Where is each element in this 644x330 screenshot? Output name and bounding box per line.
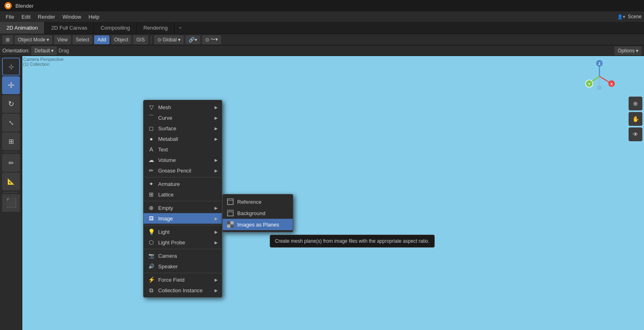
lattice-label: Lattice (158, 192, 174, 198)
move-tool-icon: ✛ (8, 80, 15, 90)
menu-divider-4 (144, 249, 222, 249)
default-orientation-button[interactable]: Default ▾ (31, 46, 57, 55)
menu-window[interactable]: Window (59, 13, 84, 21)
object-menu-button[interactable]: Object (111, 35, 132, 44)
collection-instance-icon: ⧉ (148, 287, 155, 294)
image-icon: 🖼 (148, 215, 155, 222)
armature-icon: ✦ (148, 180, 155, 188)
tab-compositing[interactable]: Compositing (94, 22, 137, 34)
light-probe-icon: ⬡ (148, 239, 155, 246)
view-all-button[interactable]: ⊕ (629, 97, 642, 110)
menu-surface[interactable]: ◻ Surface ▶ (144, 123, 222, 134)
submenu-background[interactable]: Background (223, 207, 293, 219)
proportional-edit-button[interactable]: ⊙ 〜▾ (202, 35, 221, 44)
menu-speaker[interactable]: 🔊 Speaker (144, 261, 222, 272)
menu-camera[interactable]: 📷 Camera (144, 250, 222, 261)
menu-lattice[interactable]: ⊞ Lattice (144, 189, 222, 200)
menu-volume[interactable]: ☁ Volume ▶ (144, 155, 222, 165)
add-workspace-tab-button[interactable]: + (174, 22, 186, 34)
menu-light[interactable]: 💡 Light ▶ (144, 226, 222, 237)
axis-gizmo[interactable]: Z X Y (583, 60, 616, 93)
menu-curve[interactable]: ⌒ Curve ▶ (144, 112, 222, 123)
menu-empty[interactable]: ⊕ Empty ▶ (144, 203, 222, 213)
rotate-tool-button[interactable]: ↻ (2, 95, 20, 113)
menu-divider-1 (144, 177, 222, 177)
svg-point-2 (7, 5, 9, 6)
submenu-images-as-planes[interactable]: Images as Planes (223, 219, 293, 230)
camera-icon: 📷 (148, 252, 155, 259)
app-title: Blender (15, 3, 34, 9)
volume-arrow-icon: ▶ (215, 158, 218, 162)
menu-file[interactable]: File (2, 13, 17, 21)
menu-render[interactable]: Render (34, 13, 58, 21)
menu-text[interactable]: A Text (144, 144, 222, 155)
speaker-icon: 🔊 (148, 263, 155, 270)
select-menu-button[interactable]: Select (73, 35, 92, 44)
orient-arrow-icon: ▾ (51, 48, 54, 54)
add-cube-icon: ⬛ (6, 198, 17, 208)
menu-armature[interactable]: ✦ Armature (144, 179, 222, 189)
gis-menu-button[interactable]: GIS (133, 35, 148, 44)
gis-label: GIS (136, 37, 145, 43)
viewport[interactable]: Camera Perspective (1) Collection Z X Y (22, 56, 644, 330)
transform-tool-button[interactable]: ⊞ (2, 132, 20, 150)
menu-collection-instance[interactable]: ⧉ Collection Instance ▶ (144, 285, 222, 295)
title-bar: Blender (0, 0, 644, 11)
curve-label: Curve (158, 115, 172, 121)
orientation-label: Global (163, 37, 177, 43)
grab-tool-button[interactable]: ✋ (629, 112, 642, 126)
view-menu-button[interactable]: View (54, 35, 71, 44)
scale-tool-icon: ⤡ (9, 119, 14, 127)
surface-arrow-icon: ▶ (215, 126, 218, 131)
tab-2d-animation[interactable]: 2D Animation (0, 22, 45, 34)
tab-rendering[interactable]: Rendering (137, 22, 174, 34)
drag-label: Drag (58, 48, 69, 54)
viewport-icon: ⊞ (6, 37, 10, 43)
object-mode-button[interactable]: Object Mode ▾ (15, 35, 52, 44)
svg-point-13 (597, 85, 602, 90)
add-cube-button[interactable]: ⬛ (2, 194, 20, 212)
surface-icon: ◻ (148, 125, 155, 132)
menu-image[interactable]: 🖼 Image ▶ (144, 213, 222, 224)
tool-separator-2 (4, 192, 18, 192)
empty-label: Empty (158, 205, 173, 211)
user-icon: 👤▾ (617, 14, 625, 19)
toolbar-separator-1 (151, 36, 151, 43)
menu-grease-pencil[interactable]: ✏ Grease Pencil ▶ (144, 165, 222, 176)
options-button[interactable]: Options ▾ (614, 46, 642, 55)
annotate-tool-button[interactable]: ✏ (2, 154, 20, 172)
svg-rect-19 (230, 221, 234, 224)
menu-help[interactable]: Help (85, 13, 103, 21)
image-arrow-icon: ▶ (215, 216, 218, 221)
view-lock-button[interactable]: 👁 (629, 127, 642, 141)
background-icon (227, 209, 234, 217)
menu-edit[interactable]: Edit (18, 13, 34, 21)
cursor-tool-button[interactable]: ⊹ (2, 58, 20, 75)
measure-tool-icon: 📐 (7, 178, 15, 185)
empty-icon: ⊕ (148, 204, 155, 211)
menu-force-field[interactable]: ⚡ Force Field ▶ (144, 274, 222, 285)
text-label: Text (158, 147, 168, 153)
menu-divider-2 (144, 201, 222, 201)
move-tool-button[interactable]: ✛ (2, 76, 20, 94)
add-menu-button[interactable]: Add (94, 35, 109, 44)
metaball-icon: ● (148, 135, 155, 142)
tooltip: Create mesh plane(s) from image files wi… (270, 235, 435, 248)
grease-pencil-arrow-icon: ▶ (215, 168, 218, 173)
annotate-tool-icon: ✏ (9, 159, 14, 167)
snap-button[interactable]: 🔗▾ (185, 35, 200, 44)
speaker-label: Speaker (158, 263, 178, 270)
submenu-reference[interactable]: Reference (223, 196, 293, 207)
menu-mesh[interactable]: ▽ Mesh ▶ (144, 102, 222, 112)
editor-type-button[interactable]: ⊞ (2, 35, 13, 44)
scale-tool-button[interactable]: ⤡ (2, 114, 20, 132)
pivot-point-button[interactable]: ⊙ Global ▾ (154, 35, 184, 44)
empty-arrow-icon: ▶ (215, 206, 218, 210)
menu-metaball[interactable]: ● Metaball ▶ (144, 134, 222, 144)
falloff-icon: 〜▾ (210, 36, 218, 43)
metaball-label: Metaball (158, 136, 178, 142)
measure-tool-button[interactable]: 📐 (2, 173, 20, 190)
tab-2d-full-canvas[interactable]: 2D Full Canvas (45, 22, 94, 34)
menu-light-probe[interactable]: ⬡ Light Probe ▶ (144, 237, 222, 248)
svg-rect-21 (230, 224, 234, 228)
